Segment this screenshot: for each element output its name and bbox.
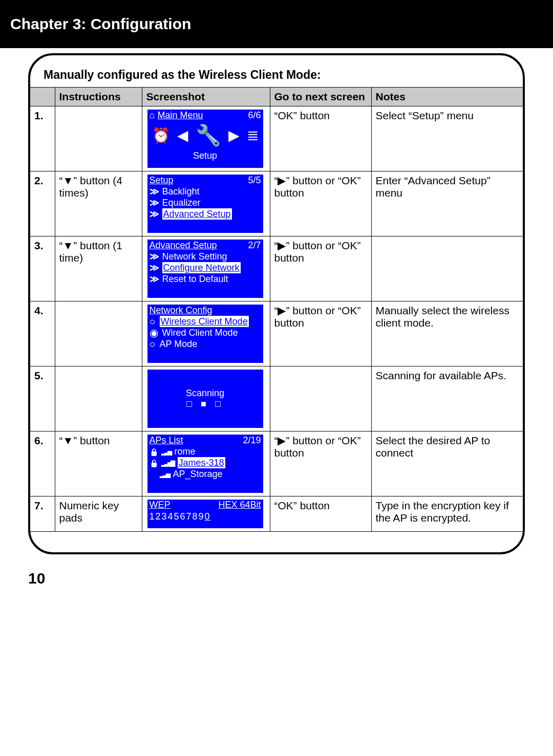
col-notes: Notes (371, 88, 523, 106)
step-instructions: “▼” button (1 time) (55, 236, 142, 301)
col-screenshot: Screenshot (142, 88, 270, 106)
chevron-icon (150, 273, 160, 285)
step-number: 5. (30, 366, 55, 431)
step-screenshot: Advanced Setup2/7Network SettingConfigur… (142, 236, 270, 301)
step-screenshot: WEPHEX 64Bit1234567890 (142, 496, 270, 532)
radio-icon (150, 327, 160, 339)
device-screen: ⌂ Main Menu6/6 ⏰◀🔧▶≣ Setup (147, 110, 263, 168)
step-next: “▶” button or “OK” button (270, 431, 371, 496)
step-number: 4. (30, 301, 55, 366)
step-instructions: Numeric key pads (55, 496, 142, 532)
radio-icon (150, 316, 158, 328)
step-notes: Select the desired AP to connect (371, 431, 523, 496)
table-row: 4.Network ConfigWireless Client ModeWire… (30, 301, 523, 366)
step-next: “▶” button or “OK” button (270, 301, 371, 366)
content-panel: Manually configured as the Wireless Clie… (28, 53, 525, 554)
step-notes: Manually select the wireless client mode… (371, 301, 523, 366)
lock-icon (150, 446, 159, 458)
step-notes: Select “Setup” menu (371, 106, 523, 171)
table-row: 1.⌂ Main Menu6/6 ⏰◀🔧▶≣ Setup“OK” buttonS… (30, 106, 523, 171)
device-screen: Network ConfigWireless Client ModeWired … (147, 305, 263, 363)
step-next: “OK” button (270, 496, 371, 532)
col-instructions: Instructions (55, 88, 142, 106)
chevron-icon (150, 262, 160, 273)
step-notes: Type in the encryption key if the AP is … (371, 496, 523, 532)
step-notes: Enter “Advanced Setup” menu (371, 171, 523, 236)
step-next (270, 366, 371, 431)
step-number: 1. (30, 106, 55, 171)
instruction-table: Instructions Screenshot Go to next scree… (30, 87, 523, 532)
device-screen: Scanning□ ■ □ (147, 370, 263, 428)
right-icon: ▶ (228, 127, 240, 144)
step-screenshot: Network ConfigWireless Client ModeWired … (142, 301, 270, 366)
home-icon: ⌂ (150, 110, 155, 120)
step-notes: Scanning for available APs. (371, 366, 523, 431)
step-next: “▶” button or “OK” button (270, 236, 371, 301)
device-screen: APs List2/19romeJames-318AP_Storage (147, 435, 263, 493)
step-screenshot: Setup5/5BacklightEqualizerAdvanced Setup (142, 171, 270, 236)
step-screenshot: APs List2/19romeJames-318AP_Storage (142, 431, 270, 496)
table-header-row: Instructions Screenshot Go to next scree… (30, 88, 523, 106)
table-row: 7.Numeric key padsWEPHEX 64Bit1234567890… (30, 496, 523, 532)
panel-title: Manually configured as the Wireless Clie… (30, 68, 523, 87)
step-screenshot: Scanning□ ■ □ (142, 366, 270, 431)
signal-icon (160, 468, 171, 480)
step-number: 2. (30, 171, 55, 236)
step-number: 6. (30, 431, 55, 496)
device-screen: WEPHEX 64Bit1234567890 (147, 500, 263, 528)
alarm-icon: ⏰ (152, 127, 170, 144)
table-row: 6.“▼” buttonAPs List2/19romeJames-318AP_… (30, 431, 523, 496)
step-instructions (55, 301, 142, 366)
chevron-icon (150, 251, 160, 262)
step-instructions (55, 366, 142, 431)
step-next: “▶” button or “OK” button (270, 171, 371, 236)
signal-icon (161, 457, 176, 469)
chevron-icon (150, 186, 160, 197)
step-instructions: “▼” button (4 times) (55, 171, 142, 236)
table-row: 3.“▼” button (1 time)Advanced Setup2/7Ne… (30, 236, 523, 301)
table-row: 5.Scanning□ ■ □Scanning for available AP… (30, 366, 523, 431)
col-num (30, 88, 55, 106)
step-instructions: “▼” button (55, 431, 142, 496)
step-next: “OK” button (270, 106, 371, 171)
device-screen: Advanced Setup2/7Network SettingConfigur… (147, 240, 263, 298)
page-number: 10 (28, 570, 553, 587)
page-header: Chapter 3: Configuration (0, 0, 553, 48)
col-next: Go to next screen (270, 88, 371, 106)
radio-icon (150, 338, 158, 350)
step-number: 3. (30, 236, 55, 301)
wrench-icon: 🔧 (196, 123, 221, 147)
chevron-icon (150, 208, 160, 220)
step-screenshot: ⌂ Main Menu6/6 ⏰◀🔧▶≣ Setup (142, 106, 270, 171)
chevron-icon (150, 197, 160, 208)
table-row: 2.“▼” button (4 times)Setup5/5BacklightE… (30, 171, 523, 236)
step-instructions (55, 106, 142, 171)
signal-icon (161, 445, 173, 458)
lock-icon (150, 457, 159, 469)
step-notes (371, 236, 523, 301)
device-screen: Setup5/5BacklightEqualizerAdvanced Setup (147, 175, 263, 233)
step-number: 7. (30, 496, 55, 532)
list-icon: ≣ (247, 127, 259, 144)
left-icon: ◀ (177, 127, 188, 144)
